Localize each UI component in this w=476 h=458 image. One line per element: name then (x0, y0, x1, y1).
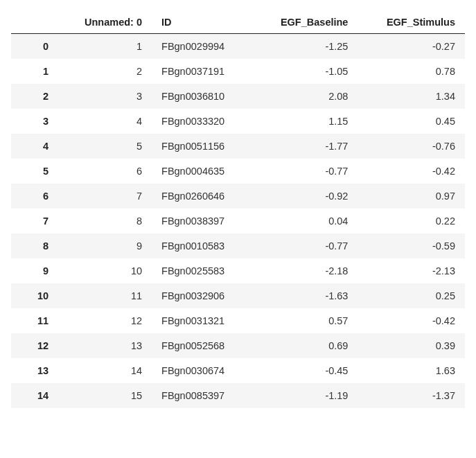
col-header-baseline: EGF_Baseline (252, 11, 358, 34)
row-index: 2 (11, 84, 58, 109)
data-table: Unnamed: 0 ID EGF_Baseline EGF_Stimulus … (11, 11, 465, 408)
table-header: Unnamed: 0 ID EGF_Baseline EGF_Stimulus (11, 11, 465, 34)
cell-stimulus: 0.25 (358, 283, 465, 308)
table-row: 34FBgn00333201.150.45 (11, 109, 465, 134)
cell-baseline: 0.57 (252, 308, 358, 333)
cell-unnamed: 8 (58, 209, 152, 234)
cell-id: FBgn0032906 (152, 283, 252, 308)
cell-id: FBgn0029994 (152, 34, 252, 60)
table-row: 67FBgn0260646-0.920.97 (11, 184, 465, 209)
cell-stimulus: -0.27 (358, 34, 465, 60)
cell-unnamed: 9 (58, 234, 152, 258)
table-row: 78FBgn00383970.040.22 (11, 209, 465, 234)
cell-baseline: -1.63 (252, 283, 358, 308)
table-row: 1112FBgn00313210.57-0.42 (11, 308, 465, 333)
cell-id: FBgn0051156 (152, 134, 252, 159)
cell-stimulus: -0.59 (358, 234, 465, 258)
table-row: 56FBgn0004635-0.77-0.42 (11, 159, 465, 184)
cell-id: FBgn0036810 (152, 84, 252, 109)
table-row: 45FBgn0051156-1.77-0.76 (11, 134, 465, 159)
table-row: 89FBgn0010583-0.77-0.59 (11, 234, 465, 258)
cell-stimulus: 0.45 (358, 109, 465, 134)
cell-unnamed: 14 (58, 358, 152, 383)
table-row: 12FBgn0037191-1.050.78 (11, 59, 465, 84)
cell-unnamed: 2 (58, 59, 152, 84)
cell-baseline: -1.19 (252, 383, 358, 408)
col-header-unnamed: Unnamed: 0 (58, 11, 152, 34)
cell-id: FBgn0004635 (152, 159, 252, 184)
row-index: 3 (11, 109, 58, 134)
row-index: 12 (11, 333, 58, 358)
row-index: 8 (11, 234, 58, 258)
cell-stimulus: -0.76 (358, 134, 465, 159)
cell-baseline: 0.04 (252, 209, 358, 234)
cell-id: FBgn0025583 (152, 258, 252, 283)
cell-id: FBgn0037191 (152, 59, 252, 84)
cell-id: FBgn0033320 (152, 109, 252, 134)
cell-id: FBgn0031321 (152, 308, 252, 333)
cell-baseline: 2.08 (252, 84, 358, 109)
row-index: 13 (11, 358, 58, 383)
cell-stimulus: -2.13 (358, 258, 465, 283)
cell-baseline: -1.05 (252, 59, 358, 84)
cell-unnamed: 10 (58, 258, 152, 283)
cell-baseline: -0.77 (252, 159, 358, 184)
cell-id: FBgn0085397 (152, 383, 252, 408)
row-index: 0 (11, 34, 58, 60)
table-body: 01FBgn0029994-1.25-0.2712FBgn0037191-1.0… (11, 34, 465, 409)
col-header-id: ID (152, 11, 252, 34)
cell-unnamed: 4 (58, 109, 152, 134)
cell-id: FBgn0038397 (152, 209, 252, 234)
row-index: 7 (11, 209, 58, 234)
table-row: 01FBgn0029994-1.25-0.27 (11, 34, 465, 60)
cell-id: FBgn0260646 (152, 184, 252, 209)
cell-id: FBgn0010583 (152, 234, 252, 258)
cell-id: FBgn0052568 (152, 333, 252, 358)
row-index: 1 (11, 59, 58, 84)
row-index: 5 (11, 159, 58, 184)
cell-unnamed: 7 (58, 184, 152, 209)
cell-unnamed: 11 (58, 283, 152, 308)
cell-unnamed: 6 (58, 159, 152, 184)
col-header-index (11, 11, 58, 34)
table-row: 1415FBgn0085397-1.19-1.37 (11, 383, 465, 408)
cell-unnamed: 13 (58, 333, 152, 358)
cell-stimulus: 0.39 (358, 333, 465, 358)
cell-baseline: -0.45 (252, 358, 358, 383)
cell-id: FBgn0030674 (152, 358, 252, 383)
cell-unnamed: 5 (58, 134, 152, 159)
cell-unnamed: 12 (58, 308, 152, 333)
row-index: 10 (11, 283, 58, 308)
cell-baseline: -0.77 (252, 234, 358, 258)
cell-stimulus: -0.42 (358, 308, 465, 333)
table-row: 23FBgn00368102.081.34 (11, 84, 465, 109)
cell-baseline: 0.69 (252, 333, 358, 358)
cell-baseline: -2.18 (252, 258, 358, 283)
cell-stimulus: 0.97 (358, 184, 465, 209)
cell-baseline: 1.15 (252, 109, 358, 134)
row-index: 6 (11, 184, 58, 209)
col-header-stimulus: EGF_Stimulus (358, 11, 465, 34)
cell-baseline: -0.92 (252, 184, 358, 209)
cell-baseline: -1.77 (252, 134, 358, 159)
row-index: 11 (11, 308, 58, 333)
table-row: 910FBgn0025583-2.18-2.13 (11, 258, 465, 283)
cell-unnamed: 15 (58, 383, 152, 408)
cell-stimulus: 1.63 (358, 358, 465, 383)
table-row: 1213FBgn00525680.690.39 (11, 333, 465, 358)
cell-stimulus: 0.78 (358, 59, 465, 84)
cell-stimulus: -0.42 (358, 159, 465, 184)
cell-stimulus: 1.34 (358, 84, 465, 109)
table-row: 1011FBgn0032906-1.630.25 (11, 283, 465, 308)
cell-stimulus: -1.37 (358, 383, 465, 408)
cell-baseline: -1.25 (252, 34, 358, 60)
cell-unnamed: 3 (58, 84, 152, 109)
cell-stimulus: 0.22 (358, 209, 465, 234)
row-index: 4 (11, 134, 58, 159)
row-index: 14 (11, 383, 58, 408)
row-index: 9 (11, 258, 58, 283)
cell-unnamed: 1 (58, 34, 152, 60)
table-row: 1314FBgn0030674-0.451.63 (11, 358, 465, 383)
